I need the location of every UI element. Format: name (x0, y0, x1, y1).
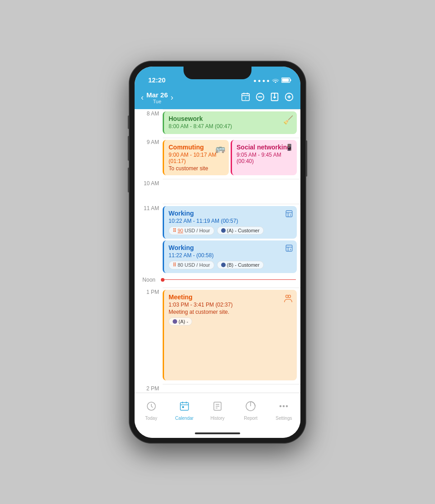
meeting-tags: (A) - (169, 317, 292, 326)
svg-rect-23 (180, 403, 188, 410)
calendar-icon[interactable]: 7 (241, 92, 251, 104)
working2-icon (285, 244, 293, 254)
events-2pm (163, 384, 300, 393)
phone-frame: 12:20 ● ● ● ● (129, 61, 306, 443)
report-icon (245, 401, 256, 414)
share-icon[interactable] (270, 92, 280, 104)
report-label: Report (244, 416, 257, 421)
working1-time: 10:22 AM - 11:19 AM (00:57) (169, 218, 292, 224)
event-commuting[interactable]: 🚌 Commuting 9:00 AM - 10:17 AM (01:17) T… (163, 140, 229, 175)
noon-label: Noon (135, 277, 159, 283)
now-line: Noon (135, 277, 300, 283)
customer-dot (221, 228, 226, 233)
tab-bar: Today Calendar (135, 393, 300, 429)
filter-icon[interactable] (255, 92, 265, 104)
meeting-time: 1:03 PM - 3:41 PM (02:37) (169, 302, 292, 308)
working2-rate-tag: ⠿ 80 USD / Hour (169, 261, 214, 269)
phone-notch (184, 67, 251, 79)
today-icon (146, 401, 157, 414)
calendar-label: Calendar (175, 416, 194, 421)
time-slot-2pm: 2 PM (135, 384, 300, 393)
timeline-scroll[interactable]: 8 AM 🧹 Housework 8:00 AM - 8:47 AM (00:4… (135, 109, 300, 393)
home-bar (195, 432, 240, 434)
svg-point-34 (283, 406, 285, 407)
next-day-button[interactable]: › (171, 93, 174, 102)
home-indicator (135, 429, 300, 438)
svg-rect-17 (286, 245, 292, 251)
status-icons: ● ● ● ● (253, 77, 291, 84)
events-row-9am: 🚌 Commuting 9:00 AM - 10:17 AM (01:17) T… (163, 140, 297, 177)
housework-icon: 🧹 (283, 115, 293, 125)
event-working2[interactable]: Working 11:22 AM - (00:58) ⠿ 80 USD / Ho… (163, 240, 297, 273)
now-indicator-bar (164, 279, 296, 280)
svg-rect-1 (290, 79, 291, 81)
status-time: 12:20 (144, 76, 165, 84)
meeting-sub: Meeting at customer site. (169, 309, 292, 315)
tab-settings[interactable]: Settings (267, 401, 300, 421)
events-1pm: Meeting 1:03 PM - 3:41 PM (02:37) Meetin… (163, 288, 300, 384)
grid-icon2: ⠿ (173, 262, 176, 268)
add-event-icon[interactable] (284, 92, 294, 104)
wifi-icon (272, 77, 279, 84)
time-slot-9am: 9 AM 🚌 Commuting 9:00 AM - 10:17 AM (01:… (135, 138, 300, 179)
commuting-sub: To customer site (169, 165, 224, 172)
event-meeting[interactable]: Meeting 1:03 PM - 3:41 PM (02:37) Meetin… (163, 290, 297, 380)
working1-tags: ⠿ 90 USD / Hour (A) - Customer (169, 226, 292, 235)
commuting-time: 9:00 AM - 10:17 AM (01:17) (169, 152, 224, 164)
prev-day-button[interactable]: ‹ (141, 93, 144, 102)
commuting-icon: 🚌 (215, 144, 225, 154)
svg-rect-27 (182, 406, 184, 408)
header-nav[interactable]: ‹ Mar 26 Tue › (141, 91, 174, 104)
meeting-icon (283, 293, 293, 306)
grid-icon: ⠿ (173, 228, 176, 234)
calendar-tab-icon (179, 401, 190, 414)
svg-point-33 (280, 406, 281, 407)
working2-customer-tag: (B) - Customer (217, 261, 264, 269)
tab-today[interactable]: Today (135, 401, 168, 421)
events-8am: 🧹 Housework 8:00 AM - 8:47 AM (00:47) (163, 109, 300, 138)
signal-icon: ● ● ● ● (253, 78, 270, 83)
app-header: ‹ Mar 26 Tue › 7 (135, 86, 300, 109)
meeting-customer-tag: (A) - (169, 317, 192, 326)
battery-icon (281, 77, 291, 84)
event-social[interactable]: 📱 Social networking 9:05 AM - 9:45 AM (0… (231, 140, 297, 175)
social-title: Social networking (237, 144, 292, 151)
events-10am (163, 179, 300, 204)
event-housework[interactable]: 🧹 Housework 8:00 AM - 8:47 AM (00:47) (163, 111, 297, 134)
working2-title: Working (169, 244, 292, 251)
events-9am: 🚌 Commuting 9:00 AM - 10:17 AM (01:17) T… (163, 138, 300, 179)
working2-time: 11:22 AM - (00:58) (169, 252, 292, 259)
meeting-dot (173, 319, 177, 324)
svg-rect-14 (286, 211, 292, 217)
tab-calendar[interactable]: Calendar (168, 401, 201, 421)
today-label: Today (145, 416, 157, 421)
time-label-8am: 8 AM (147, 110, 159, 117)
tab-history[interactable]: History (201, 401, 234, 421)
settings-icon (278, 401, 289, 414)
header-date-main: Mar 26 (146, 91, 168, 99)
header-icons: 7 (241, 92, 294, 104)
social-time: 9:05 AM - 9:45 AM (00:40) (237, 152, 292, 164)
event-working1[interactable]: Working 10:22 AM - 11:19 AM (00:57) ⠿ 90… (163, 206, 297, 239)
tab-report[interactable]: Report (234, 401, 267, 421)
svg-point-35 (286, 406, 288, 407)
svg-point-20 (286, 295, 289, 298)
housework-time: 8:00 AM - 8:47 AM (00:47) (169, 123, 292, 130)
time-label-1pm: 1 PM (146, 289, 159, 295)
working2-tags: ⠿ 80 USD / Hour (B) - Customer (169, 261, 292, 269)
working1-customer-tag: (A) - Customer (217, 226, 264, 235)
working1-rate-tag: ⠿ 90 USD / Hour (169, 226, 214, 235)
header-date: Mar 26 Tue (146, 91, 168, 104)
meeting-title: Meeting (169, 293, 292, 301)
header-date-sub: Tue (146, 99, 168, 104)
time-slot-10am: 10 AM (135, 179, 300, 204)
time-label-10am: 10 AM (144, 180, 159, 187)
timeline: 8 AM 🧹 Housework 8:00 AM - 8:47 AM (00:4… (135, 109, 300, 393)
now-indicator-dot (161, 278, 164, 282)
time-slot-1pm: 1 PM Meeting 1:0 (135, 288, 300, 384)
time-slot-8am: 8 AM 🧹 Housework 8:00 AM - 8:47 AM (00:4… (135, 109, 300, 138)
history-label: History (210, 416, 224, 421)
time-label-9am: 9 AM (147, 139, 159, 145)
svg-point-21 (288, 295, 291, 298)
time-label-11am: 11 AM (144, 205, 159, 211)
